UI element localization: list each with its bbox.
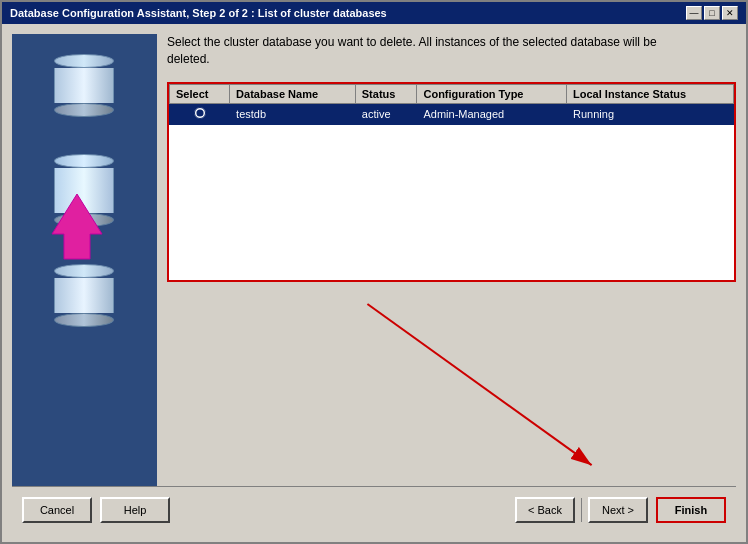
instruction-line2: deleted. (167, 52, 210, 66)
window-title: Database Configuration Assistant, Step 2… (10, 7, 387, 19)
db-illustration (12, 34, 157, 486)
cell-select[interactable] (170, 103, 230, 124)
svg-line-2 (367, 304, 591, 465)
instruction-text: Select the cluster database you want to … (167, 34, 736, 68)
nav-separator (581, 498, 582, 522)
finish-button[interactable]: Finish (656, 497, 726, 523)
col-db-name: Database Name (230, 84, 356, 103)
red-arrow-svg (167, 290, 736, 486)
cylinder-bottom (54, 264, 114, 327)
window-controls: — □ ✕ (686, 6, 738, 20)
cell-status: active (355, 103, 417, 124)
cell-db-name: testdb (230, 103, 356, 124)
window-content: Select the cluster database you want to … (2, 24, 746, 542)
col-local-status: Local Instance Status (567, 84, 734, 103)
back-label: < Back (528, 504, 562, 516)
right-panel: Select the cluster database you want to … (167, 34, 736, 486)
database-table: Select Database Name Status Configuratio… (169, 84, 734, 125)
arrow-area (167, 290, 736, 486)
table-body: testdb active Admin-Managed Running (170, 103, 734, 124)
instruction-line1: Select the cluster database you want to … (167, 35, 657, 49)
help-button[interactable]: Help (100, 497, 170, 523)
cell-local-status: Running (567, 103, 734, 124)
svg-marker-0 (52, 194, 102, 259)
bottom-bar: Cancel Help < Back Next > Finish (12, 486, 736, 532)
col-config-type: Configuration Type (417, 84, 567, 103)
cell-config-type: Admin-Managed (417, 103, 567, 124)
next-label: Next > (602, 504, 634, 516)
maximize-button[interactable]: □ (704, 6, 720, 20)
table-row[interactable]: testdb active Admin-Managed Running (170, 103, 734, 124)
col-status: Status (355, 84, 417, 103)
close-button[interactable]: ✕ (722, 6, 738, 20)
main-window: Database Configuration Assistant, Step 2… (0, 0, 748, 544)
left-panel (12, 34, 157, 486)
table-header: Select Database Name Status Configuratio… (170, 84, 734, 103)
back-button[interactable]: < Back (515, 497, 575, 523)
minimize-button[interactable]: — (686, 6, 702, 20)
main-area: Select the cluster database you want to … (12, 34, 736, 486)
bottom-right-buttons: < Back Next > Finish (515, 497, 726, 523)
bottom-left-buttons: Cancel Help (22, 497, 170, 523)
cylinder-top (54, 54, 114, 117)
col-select: Select (170, 84, 230, 103)
row-radio[interactable] (194, 107, 206, 119)
title-bar: Database Configuration Assistant, Step 2… (2, 2, 746, 24)
cancel-button[interactable]: Cancel (22, 497, 92, 523)
next-button[interactable]: Next > (588, 497, 648, 523)
table-container: Select Database Name Status Configuratio… (167, 82, 736, 282)
pink-arrow (32, 184, 122, 264)
